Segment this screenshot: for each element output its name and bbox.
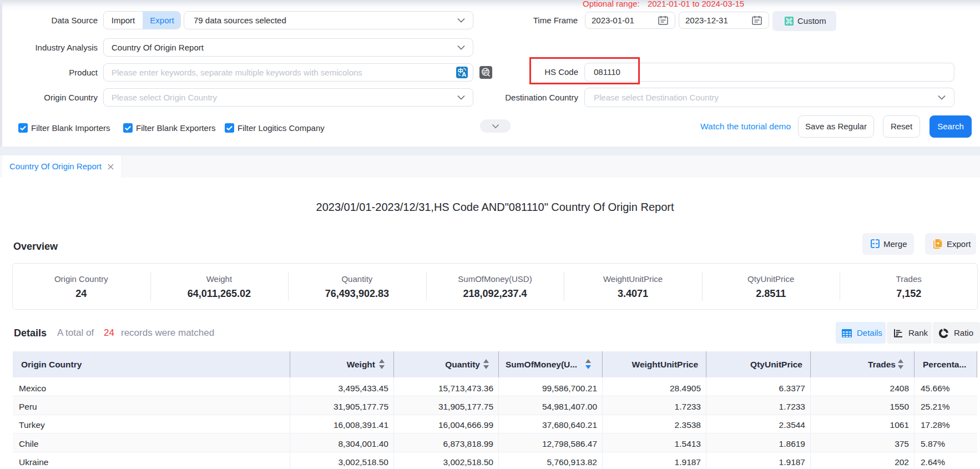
svg-text:A: A (462, 71, 466, 78)
